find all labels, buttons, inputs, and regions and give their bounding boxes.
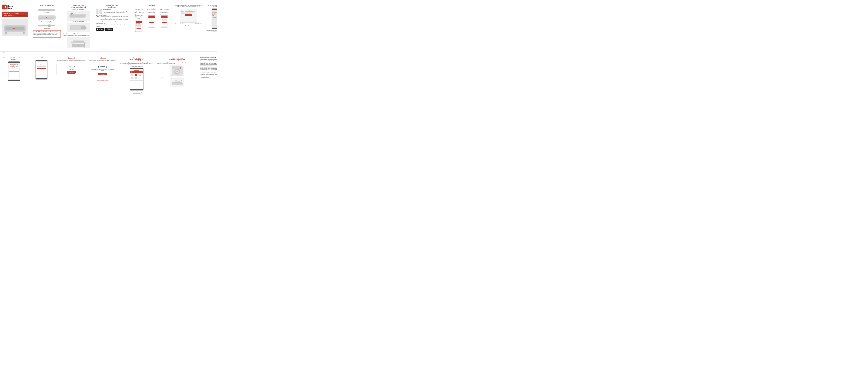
wifi-req-title: Home WiFi <box>100 15 129 16</box>
please-note-label: PLEASE NOTE: <box>33 31 41 32</box>
svg-marker-53 <box>98 66 100 68</box>
back-content: Return to your Hatch Baby app and select… <box>0 53 217 96</box>
still-not-working: Still not working? Go to: www.hatchbaby.… <box>89 78 116 81</box>
svg-rect-37 <box>73 41 84 42</box>
success-setup-box: Setup Success! Continue <box>57 64 86 75</box>
col-installation: Installation Open up the Hatch Baby app … <box>131 5 172 32</box>
try-again-button[interactable]: Try again <box>98 73 107 75</box>
smart-pad-item: Smart Changing Pad <box>37 15 56 23</box>
svg-point-58 <box>173 68 174 68</box>
arrow-2: › <box>158 17 158 19</box>
fcc-bullet-4-text: Consult the dealer or an experienced rad… <box>201 78 217 79</box>
smart-pad-label: Smart Changing Pad <box>41 21 52 23</box>
front-panel: FRONT Hatch Baby <box>0 0 217 51</box>
googleplay-badge[interactable]: GET IT ON Google play <box>104 28 113 31</box>
front-content: Hatch Baby QUICK START GUIDE Smart Chang… <box>0 1 217 50</box>
ornot-box-text: There was a problem talking to the app o… <box>91 69 115 71</box>
install-step-1: Open up the Hatch Baby app in your smart… <box>134 7 144 32</box>
svg-rect-27 <box>70 14 85 18</box>
svg-rect-21 <box>53 20 54 21</box>
pad-cover-illustration <box>37 7 56 12</box>
svg-point-60 <box>180 67 181 69</box>
svg-point-46 <box>101 13 101 13</box>
phone-mock-1: Create Account <box>135 20 143 32</box>
iphone-icon <box>96 9 99 14</box>
success-desc: Your Smart Changing Pad should now be co… <box>57 60 86 63</box>
phone-screen-3 <box>161 16 167 27</box>
wifi-list-note: Please note: It might take a few moments… <box>206 30 217 33</box>
svg-text:→: → <box>85 14 86 15</box>
wifi-symbol-icon <box>96 15 100 18</box>
appstore-badge[interactable]: Available on the App Store <box>96 28 104 31</box>
page-container: FRONT Hatch Baby <box>0 0 217 97</box>
fcc-text: This equipment has been tested and found… <box>200 59 217 72</box>
wifi-note-text: Please note: It might take a few moments… <box>175 23 203 26</box>
learn-more-label: Want to learn more about using your Smar… <box>122 92 151 93</box>
svg-point-52 <box>74 67 74 68</box>
setup-screen-title: Setup <box>181 9 196 10</box>
install-step1-text: Open up the Hatch Baby app in your smart… <box>134 7 144 19</box>
svg-rect-44 <box>100 10 102 13</box>
wifi-settings-phone: Wi-Fi HATCHBABY-XXXX Home WiFi Office Ne… <box>212 8 217 29</box>
back-col-caring: Caring for your Smart Changing Pad The r… <box>157 57 197 88</box>
smartphone-req-title: A smartphone <box>103 9 129 10</box>
success-title: Success! <box>57 57 86 59</box>
back-label: BACK <box>2 52 5 53</box>
col-wifi: On your phone, go to your settings and c… <box>206 5 217 33</box>
svg-point-59 <box>175 68 175 68</box>
svg-rect-29 <box>70 13 73 14</box>
setup-step2-illustration: ⊢→ <box>67 23 90 32</box>
install-step2-text: Then add in your baby's information and … <box>147 7 157 15</box>
svg-rect-41 <box>97 10 98 13</box>
qsg-box: QUICK START GUIDE Smart Changing Pad <box>2 11 28 17</box>
svg-rect-7 <box>5 32 7 34</box>
pad-cover-item: Pad cover <box>37 7 56 13</box>
please-note-box: PLEASE NOTE: Your Smart Changing Pad is … <box>33 30 61 37</box>
svg-rect-24 <box>49 25 51 27</box>
safety-strap-illustration <box>37 24 56 27</box>
google-play-icon <box>105 28 107 30</box>
washer-svg <box>171 66 183 75</box>
svg-rect-25 <box>51 25 55 26</box>
connect-text: Turn on your Smart Changing Pad by tappi… <box>175 5 203 7</box>
setup-screen-text: Welcome to your Hatch Smart Changing Pad… <box>181 11 196 14</box>
using-url: www.hatchbaby.com <box>133 93 141 94</box>
fcc-bullets: • Reorient or relocate the receiving ant… <box>200 72 217 79</box>
svg-marker-51 <box>105 29 107 30</box>
learn-more-text: Want to learn more about using your Smar… <box>119 92 154 94</box>
wifi-box-icon-2 <box>105 66 107 68</box>
icon-power: ⏻ <box>135 77 137 79</box>
app-icon-grid: ⚖ + 📊 ⚙ ⏻ <box>130 73 143 80</box>
svg-rect-20 <box>39 20 40 21</box>
back-col-using: Using your Smart Changing Pad Your Smart… <box>119 57 154 94</box>
smartphone-req: A smartphone An iPhone (running iOS8 or … <box>96 9 129 14</box>
continue-button[interactable]: Continue <box>67 71 75 74</box>
fcc-bullet-3: • Connect the equipment into an outlet o… <box>200 75 217 78</box>
wifi-icon <box>96 15 100 18</box>
back-phone-1-screen: Add Smart Changing Pad Step 3 Select you… <box>9 64 19 79</box>
svg-rect-23 <box>38 25 49 26</box>
back-arrow-icon <box>98 66 100 68</box>
fcc-bullet-1-text: Reorient or relocate the receiving anten… <box>201 72 217 73</box>
wifi-req-text: Home WiFi The Smart Changing Pad will co… <box>100 15 129 22</box>
setup-step1-illustration: → <box>67 11 90 21</box>
pad-cover-label: Pad cover <box>44 12 49 13</box>
svg-rect-6 <box>6 27 24 30</box>
phone-mock-2: My Baby <box>148 15 155 28</box>
safety-strap-item: Safety strap <box>37 24 56 29</box>
wifi-req-desc: The Smart Changing Pad will connect to a… <box>100 16 129 22</box>
col-logo-qsg: Hatch Baby QUICK START GUIDE Smart Chang… <box>2 5 30 36</box>
back-col-ornot: ...Or not Having trouble? Tap "Try again… <box>89 57 116 81</box>
got-it-button[interactable]: Got it <box>185 14 192 16</box>
svg-rect-9 <box>13 28 14 29</box>
enter-password-text: Enter in your WiFi password. <box>29 57 54 59</box>
svg-rect-50 <box>97 29 98 30</box>
back-col-wifi: Return to your Hatch Baby app and select… <box>2 57 26 81</box>
col-whats-in-box: What's in your box? <box>33 5 61 37</box>
svg-rect-8 <box>23 32 25 34</box>
caring-text2: The changing pad base can be wiped clean… <box>157 76 197 78</box>
phone-mock-3 <box>161 15 168 28</box>
fcc-title: FCC Regulatory Statement <box>200 57 217 58</box>
logo-baby: Baby <box>7 7 13 9</box>
back-phone-1: Add Smart Changing Pad Step 3 Select you… <box>8 61 20 81</box>
